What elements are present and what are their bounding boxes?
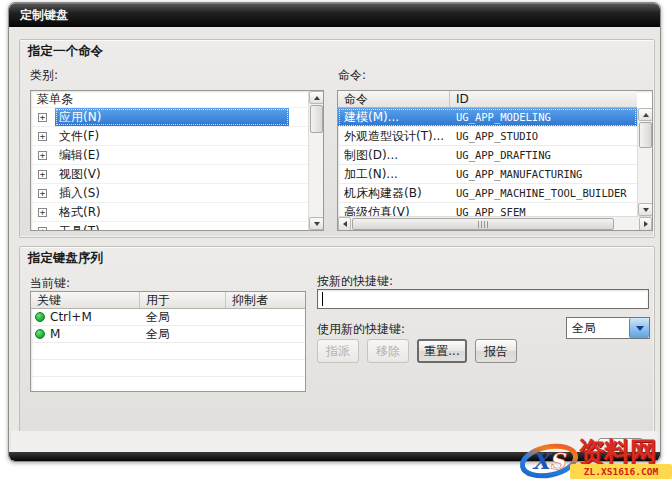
command-name: 制图(D)...	[338, 146, 450, 164]
command-id: UG_APP_STUDIO	[450, 127, 637, 145]
key-active-icon	[35, 312, 45, 322]
command-row[interactable]: 建模(M)... UG_APP_MODELING	[338, 108, 637, 127]
command-name: 加工(N)...	[338, 165, 450, 183]
command-name: 机床构建器(B)	[338, 184, 450, 202]
key-scope: 全局	[140, 326, 226, 342]
expand-icon[interactable]: +	[38, 170, 47, 179]
title-bar[interactable]: 定制键盘	[9, 3, 660, 27]
category-item[interactable]: + 视图(V)	[31, 165, 307, 184]
chevron-down-icon	[636, 326, 644, 331]
category-item-label: 视图(V)	[55, 165, 289, 183]
expand-icon[interactable]: +	[38, 151, 47, 160]
scroll-right-icon[interactable]	[639, 217, 652, 231]
expand-icon[interactable]: +	[38, 113, 47, 122]
commands-label: 命令:	[338, 67, 366, 84]
commands-vertical-scrollbar[interactable]	[637, 108, 652, 216]
category-item[interactable]: + 工具(T)	[31, 222, 307, 230]
expand-icon[interactable]: +	[38, 208, 47, 217]
current-keys-header: 关键 用于 抑制者	[31, 292, 305, 309]
command-id: UG_APP_MANUFACTURING	[450, 165, 637, 183]
category-tree-scrollbar[interactable]	[308, 91, 323, 230]
commands-table-header: 命令 ID	[338, 91, 637, 108]
current-keys-table: 关键 用于 抑制者 Ctrl+M 全局 M 全局	[30, 291, 306, 392]
window-title: 定制键盘	[20, 8, 68, 22]
scroll-down-icon[interactable]	[638, 203, 653, 216]
command-row[interactable]: 机床构建器(B) UG_APP_MACHINE_TOOL_BUILDER	[338, 184, 637, 203]
key-cell: Ctrl+M	[31, 309, 140, 325]
column-id[interactable]: ID	[450, 91, 637, 107]
command-row[interactable]: 加工(N)... UG_APP_MANUFACTURING	[338, 165, 637, 184]
category-item-label: 格式(R)	[55, 203, 289, 221]
category-item-label: 编辑(E)	[55, 146, 289, 164]
key-cell: M	[31, 326, 140, 342]
expand-icon[interactable]: +	[38, 227, 47, 230]
scroll-up-icon[interactable]	[309, 91, 324, 104]
key-row-empty[interactable]	[31, 360, 305, 377]
svg-text:XS: XS	[532, 448, 567, 474]
column-suppressor[interactable]: 抑制者	[226, 292, 305, 308]
reset-button[interactable]: 重置...	[417, 339, 467, 363]
customize-keyboard-dialog: 定制键盘 指定一个命令 类别: 菜单条 + 应用(N) + 文件(F) + 编辑…	[8, 2, 661, 462]
category-label: 类别:	[30, 67, 58, 84]
new-shortcut-input[interactable]	[317, 289, 649, 309]
assign-button[interactable]: 指派	[317, 339, 359, 363]
specify-command-title: 指定一个命令	[28, 43, 103, 60]
key-scope: 全局	[140, 309, 226, 325]
expand-icon[interactable]: +	[38, 132, 47, 141]
command-row[interactable]: 制图(D)... UG_APP_DRAFTING	[338, 146, 637, 165]
press-new-shortcut-label: 按新的快捷键:	[317, 273, 393, 290]
category-item[interactable]: + 格式(R)	[31, 203, 307, 222]
key-row-empty[interactable]	[31, 343, 305, 360]
category-item-label: 应用(N)	[55, 108, 289, 126]
command-name: 建模(M)...	[338, 108, 450, 126]
specify-command-group: 指定一个命令 类别: 菜单条 + 应用(N) + 文件(F) + 编辑(E)	[19, 39, 655, 238]
use-new-shortcut-label: 使用新的快捷键:	[317, 321, 405, 338]
key-text: Ctrl+M	[50, 310, 92, 324]
command-id: UG_APP_SFEM	[450, 203, 637, 216]
command-row[interactable]: 外观造型设计(T)... UG_APP_STUDIO	[338, 127, 637, 146]
commands-table: 命令 ID 建模(M)... UG_APP_MODELING 外观造型设计(T)…	[337, 90, 653, 231]
column-scope[interactable]: 用于	[140, 292, 226, 308]
command-id: UG_APP_DRAFTING	[450, 146, 637, 164]
key-suppressor	[226, 326, 305, 342]
scroll-thumb[interactable]	[310, 105, 323, 133]
key-active-icon	[35, 329, 45, 339]
watermark: XS 资料网 ZL.XS1616.COM	[518, 434, 672, 481]
scope-dropdown[interactable]: 全局	[566, 317, 650, 339]
scroll-up-icon[interactable]	[638, 108, 653, 121]
remove-button[interactable]: 移除	[367, 339, 409, 363]
category-item-label: 工具(T)	[55, 222, 289, 230]
key-text: M	[50, 327, 60, 341]
current-keys-label: 当前键:	[30, 275, 70, 292]
command-name: 外观造型设计(T)...	[338, 127, 450, 145]
scope-dropdown-value: 全局	[567, 318, 629, 338]
key-row-empty[interactable]	[31, 377, 305, 392]
command-id: UG_APP_MODELING	[450, 108, 637, 126]
key-row[interactable]: Ctrl+M 全局	[31, 309, 305, 326]
watermark-site-url: ZL.XS1616.COM	[570, 464, 672, 479]
specify-sequence-title: 指定键盘序列	[28, 250, 103, 267]
category-item[interactable]: + 文件(F)	[31, 127, 307, 146]
category-item-root[interactable]: 菜单条	[31, 91, 307, 108]
command-id: UG_APP_MACHINE_TOOL_BUILDER	[450, 184, 637, 202]
scroll-thumb[interactable]	[639, 122, 652, 148]
category-item[interactable]: + 插入(S)	[31, 184, 307, 203]
category-item-label: 文件(F)	[55, 127, 289, 145]
scroll-thumb[interactable]	[352, 218, 614, 230]
column-command[interactable]: 命令	[338, 91, 450, 107]
command-name: 高级仿真(V)	[338, 203, 450, 216]
category-item[interactable]: + 编辑(E)	[31, 146, 307, 165]
column-key[interactable]: 关键	[31, 292, 140, 308]
key-row[interactable]: M 全局	[31, 326, 305, 343]
category-tree: 菜单条 + 应用(N) + 文件(F) + 编辑(E) + 视图(V)	[30, 90, 324, 231]
scroll-down-icon[interactable]	[309, 217, 324, 230]
expand-icon[interactable]: +	[38, 189, 47, 198]
report-button[interactable]: 报告	[475, 339, 517, 363]
new-shortcut-field[interactable]	[318, 290, 648, 308]
scroll-left-icon[interactable]	[338, 217, 351, 231]
commands-horizontal-scrollbar[interactable]	[338, 216, 652, 230]
command-row[interactable]: 高级仿真(V) UG_APP_SFEM	[338, 203, 637, 216]
specify-sequence-group: 指定键盘序列 当前键: 关键 用于 抑制者 Ctrl+M 全局 M 全局	[19, 246, 655, 435]
category-item[interactable]: + 应用(N)	[31, 108, 307, 127]
dropdown-button[interactable]	[629, 318, 649, 338]
